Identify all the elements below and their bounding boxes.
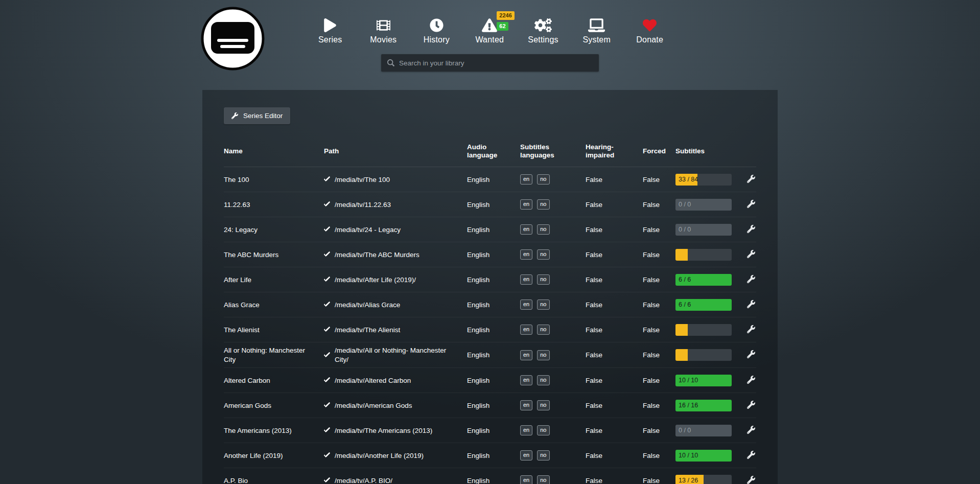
subtitles-progress-text: 0 / 0	[675, 225, 691, 234]
subtitles-progress-text: 33 / 84	[675, 175, 698, 183]
row-action-cell	[746, 425, 756, 436]
nav-item-settings[interactable]: Settings	[528, 18, 558, 44]
nav-item-history[interactable]: History	[422, 18, 451, 44]
language-badge: no	[537, 274, 549, 285]
language-badge: no	[537, 425, 549, 435]
language-badge: en	[520, 224, 532, 235]
series-name[interactable]: 24: Legacy	[224, 225, 324, 235]
nav-item-system[interactable]: System	[582, 18, 612, 44]
series-name[interactable]: The 100	[224, 175, 324, 185]
subtitles-progress-fill: 10 / 10	[675, 375, 732, 386]
series-name[interactable]: Altered Carbon	[224, 376, 324, 385]
subtitles-languages-cell: enno	[520, 325, 586, 335]
edit-series-button[interactable]	[746, 174, 756, 186]
row-action-cell	[746, 299, 756, 311]
hearing-impaired-value: False	[586, 376, 643, 385]
forced-value: False	[643, 200, 675, 210]
check-icon	[324, 251, 330, 258]
wrench-icon	[747, 401, 755, 409]
series-table: Name Path Audio language Subtitles langu…	[224, 138, 756, 484]
language-badge: no	[537, 325, 549, 335]
edit-series-button[interactable]	[746, 349, 756, 361]
check-icon	[324, 226, 330, 233]
edit-series-button[interactable]	[746, 475, 756, 484]
forced-value: False	[643, 451, 675, 460]
nav-label-settings: Settings	[528, 35, 558, 44]
edit-series-button[interactable]	[746, 199, 756, 211]
series-name[interactable]: The ABC Murders	[224, 250, 324, 260]
language-badge: no	[537, 350, 549, 360]
edit-series-button[interactable]	[746, 299, 756, 311]
play-icon	[324, 18, 336, 32]
hearing-impaired-value: False	[586, 351, 643, 360]
subtitles-languages-cell: enno	[520, 375, 586, 385]
edit-series-button[interactable]	[746, 224, 756, 236]
subtitles-progress-text: 10 / 10	[675, 376, 698, 384]
series-name[interactable]: Alias Grace	[224, 301, 324, 310]
language-badge: no	[537, 400, 549, 410]
search-input[interactable]	[399, 59, 593, 67]
subtitles-languages-cell: enno	[520, 249, 586, 260]
nav-item-donate[interactable]: Donate	[635, 18, 665, 44]
language-badge: en	[520, 199, 532, 210]
subtitles-progress-bar: 6 / 6	[675, 274, 732, 286]
series-name[interactable]: The Alienist	[224, 326, 324, 335]
series-editor-label: Series Editor	[243, 112, 283, 120]
row-action-cell	[746, 249, 756, 261]
nav-item-series[interactable]: Series	[315, 18, 345, 44]
language-badge: no	[537, 450, 549, 460]
wanted-movies-count-badge: 62	[497, 22, 508, 31]
edit-series-button[interactable]	[746, 274, 756, 286]
subtitles-cell: 10 / 10	[675, 375, 743, 386]
wrench-icon	[747, 451, 755, 459]
row-action-cell	[746, 450, 756, 462]
series-name[interactable]: The Americans (2013)	[224, 426, 324, 435]
table-row: The Alienist /media/tv/The Alienist Engl…	[224, 317, 756, 342]
edit-series-button[interactable]	[746, 324, 756, 336]
edit-series-button[interactable]	[746, 400, 756, 411]
audio-language: English	[467, 175, 520, 185]
edit-series-button[interactable]	[746, 425, 756, 436]
series-editor-button[interactable]: Series Editor	[224, 107, 290, 124]
series-path-text: /media/tv/After Life (2019)/	[335, 275, 416, 285]
table-row: The Americans (2013) /media/tv/The Ameri…	[224, 418, 756, 443]
edit-series-button[interactable]	[746, 249, 756, 261]
subtitles-progress-bar: 0 / 0	[675, 199, 732, 211]
series-name[interactable]: 11.22.63	[224, 200, 324, 210]
series-name[interactable]: Another Life (2019)	[224, 451, 324, 460]
table-row: A.P. Bio /media/tv/A.P. BIO/ English enn…	[224, 468, 756, 484]
wrench-icon	[747, 225, 755, 233]
language-badge: en	[520, 249, 532, 260]
series-path: /media/tv/American Gods	[324, 401, 467, 410]
subtitles-cell: 0 / 0	[675, 425, 743, 436]
table-row: Another Life (2019) /media/tv/Another Li…	[224, 443, 756, 468]
subtitles-progress-bar: 33 / 84	[675, 174, 732, 186]
subtitles-languages-cell: enno	[520, 475, 586, 484]
col-header-hearing-impaired: Hearing- impaired	[586, 143, 643, 159]
edit-series-button[interactable]	[746, 450, 756, 462]
row-action-cell	[746, 199, 756, 211]
wrench-icon	[747, 376, 755, 384]
table-row: All or Nothing: Manchester City /media/t…	[224, 342, 756, 368]
edit-series-button[interactable]	[746, 375, 756, 386]
nav-item-movies[interactable]: Movies	[368, 18, 398, 44]
series-name[interactable]: All or Nothing: Manchester City	[224, 346, 324, 364]
series-path: /media/tv/Altered Carbon	[324, 376, 467, 385]
series-name[interactable]: After Life	[224, 275, 324, 285]
check-icon	[324, 201, 330, 208]
series-name[interactable]: A.P. Bio	[224, 476, 324, 484]
series-path-text: /media/tv/American Gods	[335, 401, 412, 410]
audio-language: English	[467, 326, 520, 335]
warning-triangle-icon	[482, 18, 497, 32]
row-action-cell	[746, 349, 756, 361]
subtitles-progress-bar	[675, 249, 732, 261]
nav-item-wanted[interactable]: 2246 62 Wanted	[475, 18, 504, 44]
audio-language: English	[467, 426, 520, 435]
language-badge: no	[537, 199, 549, 210]
subtitles-cell: 0 / 0	[675, 199, 743, 211]
main-nav: Series Movies History 2246 62 Wanted Set…	[0, 18, 980, 44]
table-row: The 100 /media/tv/The 100 English enno F…	[224, 167, 756, 192]
row-action-cell	[746, 324, 756, 336]
series-name[interactable]: American Gods	[224, 401, 324, 410]
subtitles-cell: 33 / 84	[675, 174, 743, 186]
